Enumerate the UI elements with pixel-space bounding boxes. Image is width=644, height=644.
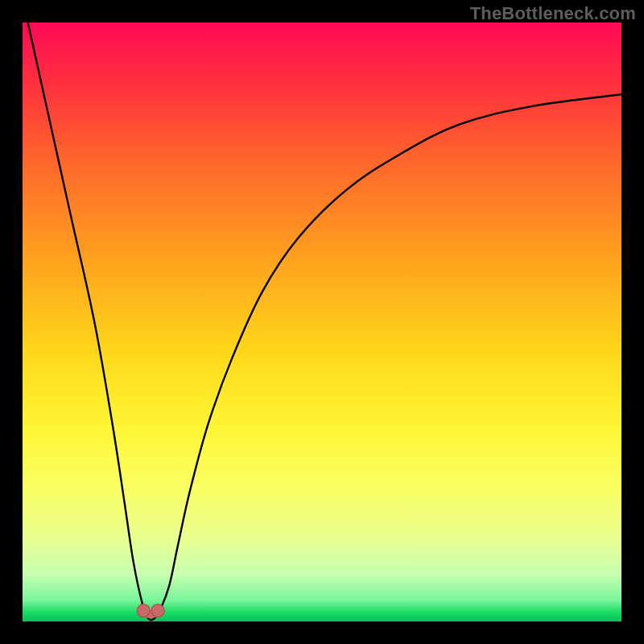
chart-svg	[23, 23, 621, 621]
marker-dot-left	[137, 605, 150, 617]
bottleneck-curve	[23, 23, 621, 620]
chart-frame: TheBottleneck.com	[0, 0, 644, 644]
watermark-text: TheBottleneck.com	[470, 3, 636, 24]
marker-dot-right	[151, 605, 164, 617]
plot-area	[23, 23, 621, 621]
